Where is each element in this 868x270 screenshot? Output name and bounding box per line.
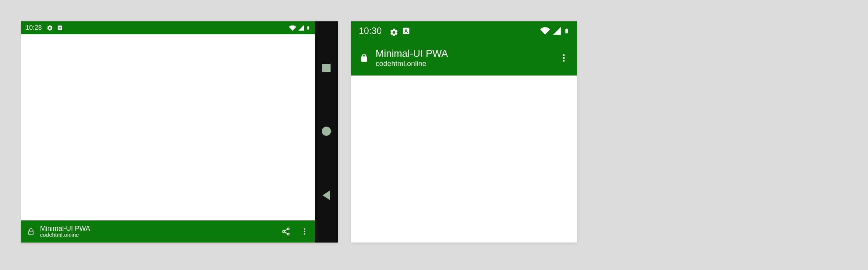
app-origin: codehtml.online (40, 232, 90, 238)
webview-content[interactable] (351, 76, 577, 243)
app-origin: codehtml.online (376, 59, 448, 68)
system-nav-bar (315, 21, 338, 243)
svg-point-14 (563, 57, 565, 59)
svg-point-4 (283, 231, 285, 233)
svg-rect-2 (29, 231, 33, 234)
svg-point-15 (563, 60, 565, 62)
share-icon[interactable] (281, 227, 290, 236)
device-landscape: 10:28 A (21, 21, 338, 243)
svg-text:A: A (58, 26, 61, 30)
svg-line-7 (284, 232, 287, 233)
signal-icon (298, 24, 305, 31)
svg-point-8 (304, 228, 305, 230)
svg-point-5 (287, 233, 289, 235)
clock-label: 10:28 (26, 24, 42, 32)
lock-icon (27, 228, 35, 235)
battery-icon (306, 24, 310, 31)
clock-label: 10:30 (359, 26, 382, 36)
app-bar-bottom: Minimal-UI PWA codehtml.online (21, 220, 315, 243)
app-bar-top: Minimal-UI PWA codehtml.online (351, 40, 577, 76)
svg-point-10 (304, 233, 305, 235)
badge-a-icon: A (402, 27, 410, 35)
svg-point-13 (563, 54, 565, 56)
screen-area: 10:28 A (21, 21, 315, 243)
device-portrait: 10:30 A Minimal-UI PWA (351, 21, 577, 243)
home-button[interactable] (322, 127, 331, 136)
battery-icon (564, 26, 570, 36)
lock-icon (360, 53, 369, 63)
gear-icon (47, 25, 53, 31)
recent-apps-button[interactable] (322, 64, 331, 72)
gear-icon (389, 28, 396, 34)
wifi-icon (289, 24, 296, 32)
app-title: Minimal-UI PWA (376, 48, 448, 59)
svg-line-6 (284, 229, 287, 231)
more-vert-icon[interactable] (300, 227, 309, 236)
app-title: Minimal-UI PWA (40, 225, 90, 233)
status-bar: 10:28 A (21, 21, 315, 34)
svg-point-9 (304, 231, 305, 232)
badge-a-icon: A (57, 25, 63, 31)
webview-content[interactable] (21, 34, 315, 220)
back-button[interactable] (323, 190, 330, 200)
wifi-icon (540, 26, 550, 36)
status-bar: 10:30 A (351, 21, 577, 40)
signal-icon (552, 26, 561, 35)
svg-text:A: A (404, 28, 408, 34)
more-vert-icon[interactable] (559, 53, 569, 63)
svg-point-3 (287, 228, 289, 230)
